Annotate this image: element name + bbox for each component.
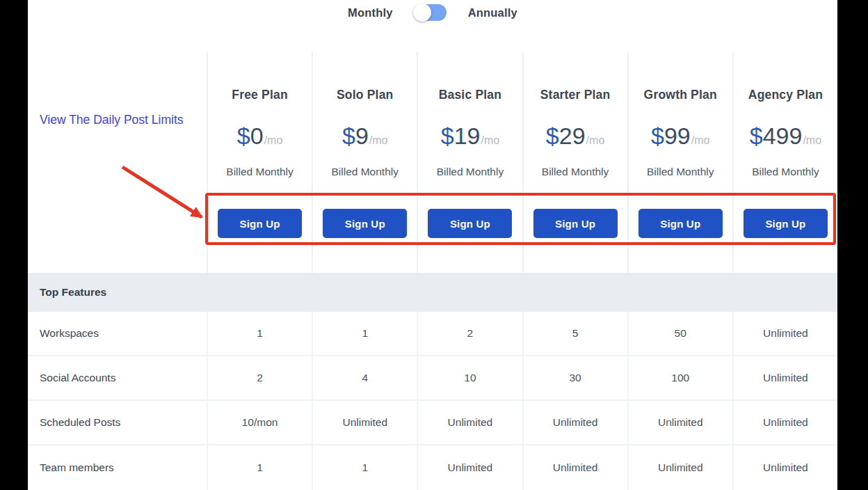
- price-period: /mo: [586, 126, 605, 155]
- feature-value: 2: [207, 356, 312, 400]
- signup-button-solo[interactable]: Sign Up: [323, 209, 407, 238]
- plan-column-free: Free Plan $0/mo Billed Monthly Sign Up: [207, 52, 312, 273]
- feature-value: 1: [312, 445, 417, 490]
- plan-name: Agency Plan: [748, 87, 823, 102]
- annually-label: Annually: [468, 6, 517, 19]
- currency-symbol: $: [651, 122, 664, 150]
- feature-label: Workspaces: [28, 312, 207, 355]
- feature-value: Unlimited: [627, 401, 732, 444]
- plan-column-agency: Agency Plan $499/mo Billed Monthly Sign …: [732, 52, 837, 273]
- feature-value: 4: [312, 356, 417, 400]
- price-period: /mo: [803, 126, 821, 155]
- plan-price: $29/mo: [546, 122, 604, 155]
- table-row-social-accounts: Social Accounts 2 4 10 30 100 Unlimited: [28, 356, 837, 401]
- signup-button-growth[interactable]: Sign Up: [638, 209, 723, 238]
- price-amount: 99: [664, 122, 691, 150]
- price-amount: 29: [559, 122, 586, 150]
- currency-symbol: $: [750, 122, 763, 150]
- billing-toggle-row: Monthly Annually: [28, 4, 837, 21]
- feature-value: Unlimited: [417, 401, 522, 444]
- pricing-page: Monthly Annually View The Daily Post Lim…: [28, 0, 837, 490]
- currency-symbol: $: [441, 122, 454, 150]
- feature-value: 10/mon: [207, 401, 312, 444]
- feature-label: Team members: [28, 445, 207, 490]
- feature-value: Unlimited: [732, 445, 837, 490]
- feature-value: 1: [207, 445, 312, 490]
- price-amount: 499: [763, 122, 803, 150]
- billing-cycle-text: Billed Monthly: [226, 166, 294, 178]
- plan-name: Free Plan: [232, 87, 288, 102]
- feature-value: 50: [627, 312, 732, 355]
- feature-value: Unlimited: [522, 401, 627, 444]
- table-row-team-members: Team members 1 1 Unlimited Unlimited Unl…: [28, 445, 837, 490]
- billing-cycle-text: Billed Monthly: [647, 166, 714, 178]
- currency-symbol: $: [237, 122, 250, 150]
- currency-symbol: $: [342, 122, 355, 150]
- monthly-label: Monthly: [348, 6, 393, 19]
- signup-button-starter[interactable]: Sign Up: [533, 209, 618, 238]
- table-row-scheduled-posts: Scheduled Posts 10/mon Unlimited Unlimit…: [28, 401, 837, 445]
- billing-cycle-text: Billed Monthly: [331, 166, 399, 178]
- feature-label: Social Accounts: [28, 356, 207, 400]
- price-amount: 19: [454, 122, 481, 150]
- section-header-top-features: Top Features: [28, 273, 837, 312]
- plan-name: Growth Plan: [644, 87, 717, 102]
- feature-value: Unlimited: [627, 445, 732, 490]
- plan-price: $9/mo: [342, 122, 388, 155]
- features-table: Top Features Workspaces 1 1 2 5 50 Unlim…: [28, 273, 837, 490]
- feature-value: Unlimited: [312, 401, 417, 444]
- plan-price: $499/mo: [750, 122, 821, 155]
- signup-button-free[interactable]: Sign Up: [218, 209, 302, 238]
- billing-toggle-switch[interactable]: [415, 4, 447, 21]
- currency-symbol: $: [546, 122, 559, 150]
- feature-value: 100: [627, 356, 732, 400]
- billing-cycle-text: Billed Monthly: [542, 166, 609, 178]
- billing-cycle-text: Billed Monthly: [437, 166, 504, 178]
- feature-value: Unlimited: [732, 356, 837, 400]
- price-period: /mo: [481, 126, 499, 155]
- signup-button-basic[interactable]: Sign Up: [428, 209, 512, 238]
- feature-value: 5: [522, 312, 627, 355]
- billing-cycle-text: Billed Monthly: [752, 166, 819, 178]
- signup-button-agency[interactable]: Sign Up: [744, 209, 828, 238]
- feature-value: Unlimited: [732, 401, 837, 444]
- label-column-spacer: [28, 52, 207, 273]
- plan-column-basic: Basic Plan $19/mo Billed Monthly Sign Up: [417, 52, 522, 273]
- feature-value: 2: [417, 312, 522, 355]
- feature-value: 30: [522, 356, 627, 400]
- feature-value: 10: [417, 356, 522, 400]
- feature-value: Unlimited: [732, 312, 837, 355]
- price-amount: 9: [355, 122, 369, 150]
- feature-value: Unlimited: [417, 445, 522, 490]
- toggle-knob: [413, 3, 431, 22]
- plan-name: Starter Plan: [540, 87, 611, 102]
- plan-price: $99/mo: [651, 122, 709, 155]
- plan-name: Basic Plan: [439, 87, 502, 102]
- feature-value: Unlimited: [522, 445, 627, 490]
- feature-value: 1: [207, 312, 312, 355]
- price-amount: 0: [250, 122, 264, 150]
- feature-value: 1: [312, 312, 417, 355]
- plan-column-starter: Starter Plan $29/mo Billed Monthly Sign …: [522, 52, 627, 273]
- plan-name: Solo Plan: [337, 87, 394, 102]
- plan-price: $19/mo: [441, 122, 499, 155]
- plan-price: $0/mo: [237, 122, 283, 155]
- section-title: Top Features: [40, 286, 106, 299]
- price-period: /mo: [691, 126, 710, 155]
- price-period: /mo: [369, 126, 388, 155]
- price-period: /mo: [264, 126, 283, 155]
- plan-column-growth: Growth Plan $99/mo Billed Monthly Sign U…: [627, 52, 732, 273]
- plans-grid: Free Plan $0/mo Billed Monthly Sign Up S…: [28, 52, 837, 273]
- feature-label: Scheduled Posts: [28, 401, 207, 444]
- table-row-workspaces: Workspaces 1 1 2 5 50 Unlimited: [28, 312, 837, 356]
- plan-column-solo: Solo Plan $9/mo Billed Monthly Sign Up: [312, 52, 417, 273]
